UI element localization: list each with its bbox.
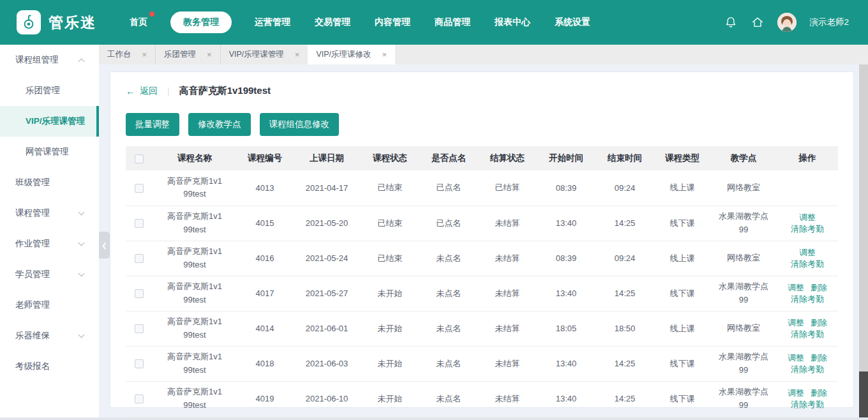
header-checkbox-cell [126,146,153,170]
cell-start: 13:40 [537,206,595,241]
table-row: 高音萨克斯1v199test40192021-06-10未开始未点名未结算13:… [126,381,838,416]
action-link[interactable]: 删除 [811,318,827,327]
action-link[interactable]: 删除 [811,388,827,398]
cell-settlement: 未结算 [478,206,537,241]
nav-item-4[interactable]: 内容管理 [373,11,412,33]
cell-name-text: 高音萨克斯1v199test [165,280,224,306]
tab-0[interactable]: 工作台× [99,45,155,64]
action-link[interactable]: 调整 [788,353,804,363]
nav-item-5[interactable]: 商品管理 [433,11,472,33]
sidebar-item-label: 考级报名 [15,361,50,372]
user-avatar[interactable] [777,13,797,32]
tab-3[interactable]: VIP/乐理课修改× [308,45,395,64]
tab-close-icon[interactable]: × [295,50,300,59]
nav-item-label: 交易管理 [315,17,350,27]
user-name[interactable]: 演示老师2 [809,17,849,28]
sidebar-item-0[interactable]: 课程组管理 [0,45,99,75]
action-link[interactable]: 清除考勤 [791,364,824,374]
cell-settlement: 未结算 [478,276,537,311]
cell-rollcall: 已点名 [419,170,478,206]
sidebar-item-2[interactable]: VIP/乐理课管理 [0,106,99,137]
tab-1[interactable]: 乐团管理× [155,45,220,64]
sidebar-item-label: 网管课管理 [26,146,69,158]
sidebar-item-3[interactable]: 网管课管理 [0,137,99,167]
sidebar-item-7[interactable]: 学员管理 [0,259,99,290]
action-link[interactable]: 清除考勤 [791,294,824,304]
home-icon[interactable] [751,15,765,29]
cell-end: 14:25 [595,206,654,241]
back-button[interactable]: ← 返回 [126,86,158,97]
cell-settlement: 未结算 [478,241,537,276]
row-checkbox[interactable] [135,359,144,368]
row-checkbox[interactable] [135,324,144,333]
action-link[interactable]: 清除考勤 [791,329,824,339]
table-row: 高音萨克斯1v199test40162021-05-24已结束未点名未结算08:… [126,241,838,276]
action-link[interactable]: 调整 [788,283,804,292]
cell-rollcall: 已点名 [419,206,478,241]
cell-settlement: 未结算 [478,311,537,346]
cell-venue-text: 网络教室 [727,322,760,334]
action-link[interactable]: 调整 [788,388,804,398]
row-checkbox-cell [126,206,153,241]
tab-close-icon[interactable]: × [382,50,387,59]
action-link[interactable]: 清除考勤 [791,224,824,234]
back-row: ← 返回 | 高音萨克斯1v199test [126,85,838,97]
row-checkbox[interactable] [135,394,144,403]
action-link[interactable]: 调整 [788,318,804,327]
nav-item-6[interactable]: 报表中心 [493,11,532,33]
page-button-0[interactable]: 批量调整 [126,113,179,136]
select-all-checkbox[interactable] [135,154,144,163]
table-row: 高音萨克斯1v199test40172021-05-27未开始未点名未结算13:… [126,276,838,311]
sidebar-collapse-handle[interactable]: ❮ [99,232,110,259]
cell-actions: 调整删除清除考勤 [777,276,838,311]
cell-type: 线上课 [654,170,710,206]
tab-close-icon[interactable]: × [207,50,212,59]
cell-settlement: 未结算 [478,381,537,416]
sidebar-item-10[interactable]: 考级报名 [0,351,99,382]
cell-venue-text: 网络教室 [727,251,760,264]
cell-date: 2021-06-01 [293,311,361,346]
sidebar-item-5[interactable]: 课程管理 [0,198,99,229]
sidebar-item-4[interactable]: 班级管理 [0,167,99,198]
cell-venue-text: 水果湖教学点99 [717,210,770,236]
horizontal-scrollbar[interactable] [0,417,868,420]
action-link[interactable]: 清除考勤 [791,259,824,269]
sidebar-item-6[interactable]: 作业管理 [0,229,99,259]
page-button-2[interactable]: 课程组信息修改 [260,113,340,136]
row-checkbox[interactable] [135,289,144,298]
sidebar-item-9[interactable]: 乐器维保 [0,320,99,351]
nav-item-3[interactable]: 交易管理 [313,11,352,33]
page-button-1[interactable]: 修改教学点 [188,113,251,136]
action-link[interactable]: 调整 [799,213,816,222]
nav-item-1[interactable]: 教务管理 [170,11,232,33]
tab-2[interactable]: VIP/乐理课管理× [220,45,308,64]
nav-item-7[interactable]: 系统设置 [553,11,592,33]
nav-item-2[interactable]: 运营管理 [253,11,292,33]
row-checkbox[interactable] [135,184,144,193]
column-header: 操作 [777,146,838,170]
nav-item-0[interactable]: 首页 [128,11,149,33]
row-checkbox[interactable] [135,219,144,228]
row-checkbox-cell [126,381,153,416]
tab-close-icon[interactable]: × [142,50,147,59]
action-link[interactable]: 清除考勤 [791,400,824,409]
header-right: 演示老师2 [724,13,849,32]
cell-code: 4015 [237,206,293,241]
action-link[interactable]: 删除 [811,283,827,292]
bell-icon[interactable] [724,15,738,29]
action-link[interactable]: 调整 [799,248,816,257]
sidebar-item-label: 作业管理 [15,238,50,250]
cell-code: 4017 [237,276,293,311]
action-link[interactable]: 删除 [811,353,827,363]
cell-actions: 调整删除清除考勤 [777,381,838,416]
cell-code: 4013 [237,170,293,206]
sidebar-item-8[interactable]: 老师管理 [0,290,99,320]
row-checkbox[interactable] [135,254,144,263]
cell-actions [777,170,838,206]
vertical-scrollbar-thumb[interactable] [859,371,868,417]
cell-venue: 水果湖教学点99 [710,276,777,311]
sidebar-item-1[interactable]: 乐团管理 [0,75,99,106]
cell-name-text: 高音萨克斯1v199test [165,386,224,411]
cell-date: 2021-05-27 [293,276,361,311]
cell-start: 13:40 [537,381,595,416]
